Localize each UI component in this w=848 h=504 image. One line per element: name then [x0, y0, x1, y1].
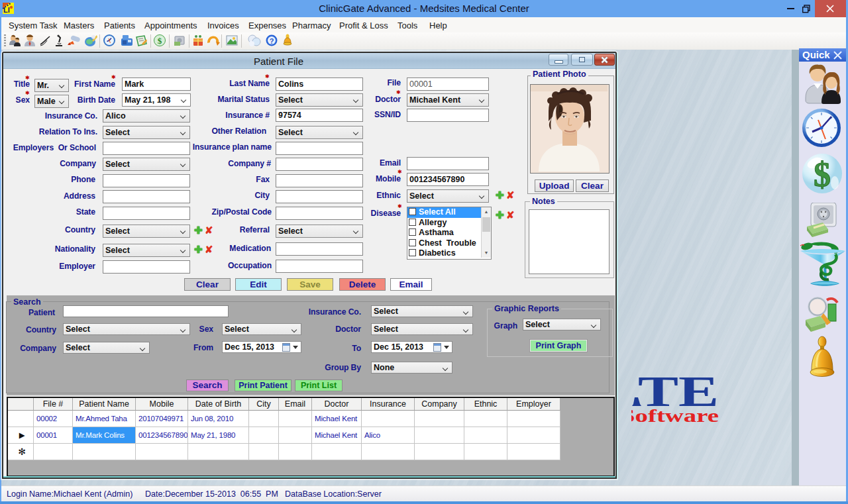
svg-text:?: ?	[270, 37, 274, 45]
svg-text:$: $	[158, 36, 162, 46]
svg-text:LI: LI	[3, 6, 10, 14]
svg-text:$: $	[814, 156, 831, 193]
svg-text:Software: Software	[621, 406, 719, 426]
